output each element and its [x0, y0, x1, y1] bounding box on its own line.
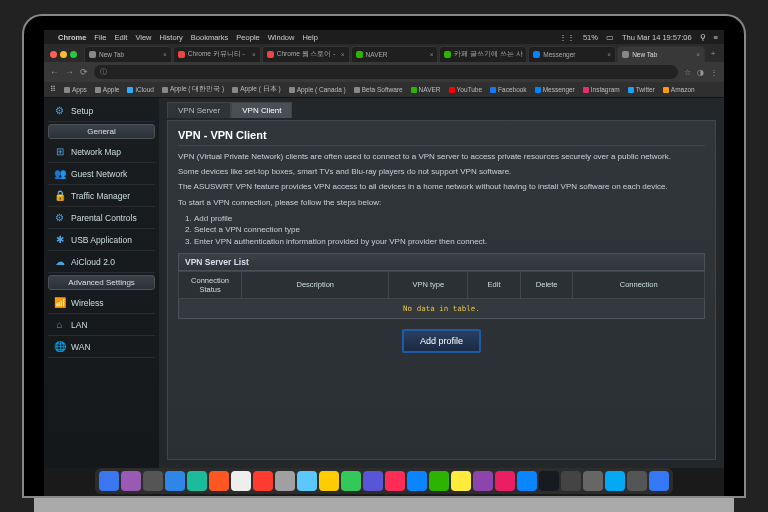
dock-app[interactable]	[99, 471, 119, 491]
profile-icon[interactable]: ◑	[697, 68, 704, 77]
bookmark-item[interactable]: Apple ( 日本 )	[232, 85, 280, 94]
dock-app[interactable]	[407, 471, 427, 491]
menu-window[interactable]: Window	[268, 33, 295, 42]
sidebar-item[interactable]: ⊞Network Map	[48, 141, 155, 163]
dock-app[interactable]	[209, 471, 229, 491]
dock-app[interactable]	[627, 471, 647, 491]
bookmark-item[interactable]: Amazon	[663, 86, 695, 93]
tab-vpn-client[interactable]: VPN Client	[231, 102, 292, 118]
dock-app[interactable]	[231, 471, 251, 491]
sidebar-item[interactable]: ⌂LAN	[48, 314, 155, 336]
bookmark-item[interactable]: NAVER	[411, 86, 441, 93]
menu-history[interactable]: History	[160, 33, 183, 42]
sidebar-item[interactable]: 🔒Traffic Manager	[48, 185, 155, 207]
browser-tab[interactable]: New Tab×	[84, 46, 172, 62]
dock-app[interactable]	[385, 471, 405, 491]
bookmark-item[interactable]: Messenger	[535, 86, 575, 93]
dock-app[interactable]	[605, 471, 625, 491]
dock-app[interactable]	[473, 471, 493, 491]
bookmark-item[interactable]: Facebook	[490, 86, 527, 93]
dock-app[interactable]	[319, 471, 339, 491]
close-tab-icon[interactable]: ×	[430, 51, 434, 58]
menu-edit[interactable]: Edit	[114, 33, 127, 42]
dock-app[interactable]	[253, 471, 273, 491]
bookmark-item[interactable]: Instagram	[583, 86, 620, 93]
dock-app[interactable]	[297, 471, 317, 491]
dock-app[interactable]	[561, 471, 581, 491]
dock-app[interactable]	[649, 471, 669, 491]
new-tab-button[interactable]: +	[706, 46, 720, 60]
browser-tab[interactable]: New Tab×	[617, 46, 705, 62]
browser-tab[interactable]: Chrome 커뮤니티 -×	[173, 46, 261, 62]
dock-app[interactable]	[429, 471, 449, 491]
reload-icon[interactable]: ⟳	[80, 67, 88, 77]
step: Select a VPN connection type	[194, 224, 705, 235]
sidebar-item-setup[interactable]: ⚙ Setup	[48, 100, 155, 122]
dock-app[interactable]	[583, 471, 603, 491]
back-icon[interactable]: ←	[50, 67, 59, 77]
dock-app[interactable]	[495, 471, 515, 491]
sidebar-item[interactable]: 📶Wireless	[48, 292, 155, 314]
star-icon[interactable]: ☆	[684, 68, 691, 77]
dock-app[interactable]	[451, 471, 471, 491]
browser-tab[interactable]: Chrome 웹 스토어 -×	[262, 46, 350, 62]
dock-app[interactable]	[275, 471, 295, 491]
search-icon[interactable]: ⚲	[700, 33, 706, 42]
close-tab-icon[interactable]: ×	[163, 51, 167, 58]
bookmark-label: YouTube	[457, 86, 483, 93]
close-tab-icon[interactable]: ×	[696, 51, 700, 58]
dock-app[interactable]	[121, 471, 141, 491]
browser-tab[interactable]: Messenger×	[528, 46, 616, 62]
close-tab-icon[interactable]: ×	[607, 51, 611, 58]
sidebar-item[interactable]: 🌐WAN	[48, 336, 155, 358]
dock-app[interactable]	[539, 471, 559, 491]
menu-file[interactable]: File	[94, 33, 106, 42]
dock-app[interactable]	[143, 471, 163, 491]
dock-app[interactable]	[165, 471, 185, 491]
battery-icon[interactable]: ▭	[606, 33, 614, 42]
bookmark-label: iCloud	[135, 86, 153, 93]
bookmark-item[interactable]: YouTube	[449, 86, 483, 93]
tab-label: NAVER	[366, 51, 388, 58]
menu-people[interactable]: People	[236, 33, 259, 42]
dock-app[interactable]	[517, 471, 537, 491]
site-info-icon[interactable]: ⓘ	[100, 67, 107, 77]
bookmark-item[interactable]: iCloud	[127, 86, 153, 93]
bookmark-item[interactable]: Apps	[64, 86, 87, 93]
forward-icon[interactable]: →	[65, 67, 74, 77]
browser-tab[interactable]: NAVER×	[351, 46, 439, 62]
address-bar[interactable]: ⓘ	[94, 65, 678, 79]
bookmark-item[interactable]: Twitter	[628, 86, 655, 93]
browser-tab[interactable]: 카페 글쓰기에 쓰는 사×	[439, 46, 527, 62]
close-tab-icon[interactable]: ×	[341, 51, 345, 58]
bookmark-item[interactable]: Apple	[95, 86, 120, 93]
add-profile-button[interactable]: Add profile	[402, 329, 481, 353]
close-tab-icon[interactable]: ×	[526, 51, 527, 58]
maximize-window-icon[interactable]	[70, 51, 77, 58]
sidebar-icon: ⚙	[53, 211, 66, 224]
dock-app[interactable]	[187, 471, 207, 491]
menubar-app[interactable]: Chrome	[58, 33, 86, 42]
sidebar-item[interactable]: ⚙Parental Controls	[48, 207, 155, 229]
sidebar-item[interactable]: ☁AiCloud 2.0	[48, 251, 155, 273]
bookmark-item[interactable]: Apple ( 대한민국 )	[162, 85, 224, 94]
wifi-icon[interactable]: ⋮⋮	[559, 33, 575, 42]
menu-bookmarks[interactable]: Bookmarks	[191, 33, 229, 42]
notif-icon[interactable]: ≡	[714, 33, 718, 42]
bookmark-item[interactable]: Beta Software	[354, 86, 403, 93]
minimize-window-icon[interactable]	[60, 51, 67, 58]
close-window-icon[interactable]	[50, 51, 57, 58]
sidebar-item[interactable]: ✱USB Application	[48, 229, 155, 251]
sidebar-item[interactable]: 👥Guest Network	[48, 163, 155, 185]
tab-vpn-server[interactable]: VPN Server	[167, 102, 231, 118]
dock-app[interactable]	[341, 471, 361, 491]
dock-app[interactable]	[363, 471, 383, 491]
sidebar-section-general: General	[48, 124, 155, 139]
bookmark-item[interactable]: Apple ( Canada )	[289, 86, 346, 93]
close-tab-icon[interactable]: ×	[252, 51, 256, 58]
kebab-icon[interactable]: ⋮	[710, 68, 718, 77]
apps-icon[interactable]: ⠿	[50, 85, 56, 94]
bookmark-favicon	[628, 87, 634, 93]
menu-view[interactable]: View	[135, 33, 151, 42]
menu-help[interactable]: Help	[302, 33, 317, 42]
